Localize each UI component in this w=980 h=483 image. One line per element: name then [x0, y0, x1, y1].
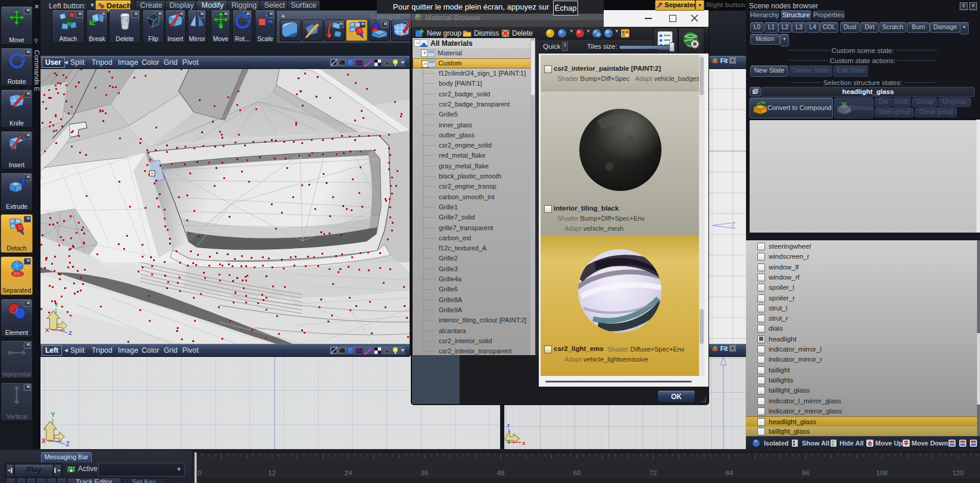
- svg-text:X: X: [45, 327, 49, 333]
- svg-text:0: 0: [198, 469, 201, 476]
- svg-text:96: 96: [802, 469, 810, 476]
- svg-text:108: 108: [876, 469, 887, 476]
- svg-text:72: 72: [650, 469, 657, 476]
- svg-text:x: x: [522, 440, 526, 446]
- svg-text:60: 60: [573, 469, 581, 476]
- svg-text:Y: Y: [54, 302, 58, 308]
- svg-text:84: 84: [726, 469, 734, 476]
- svg-text:Y: Y: [51, 412, 55, 418]
- svg-text:X: X: [42, 438, 46, 444]
- svg-text:24: 24: [345, 469, 352, 476]
- svg-text:120: 120: [952, 469, 963, 476]
- svg-text:Z: Z: [66, 441, 70, 448]
- svg-text:12: 12: [269, 469, 276, 476]
- svg-text:z: z: [507, 422, 510, 428]
- svg-text:Z: Z: [68, 330, 72, 336]
- svg-text:48: 48: [497, 469, 505, 476]
- svg-text:36: 36: [421, 469, 429, 476]
